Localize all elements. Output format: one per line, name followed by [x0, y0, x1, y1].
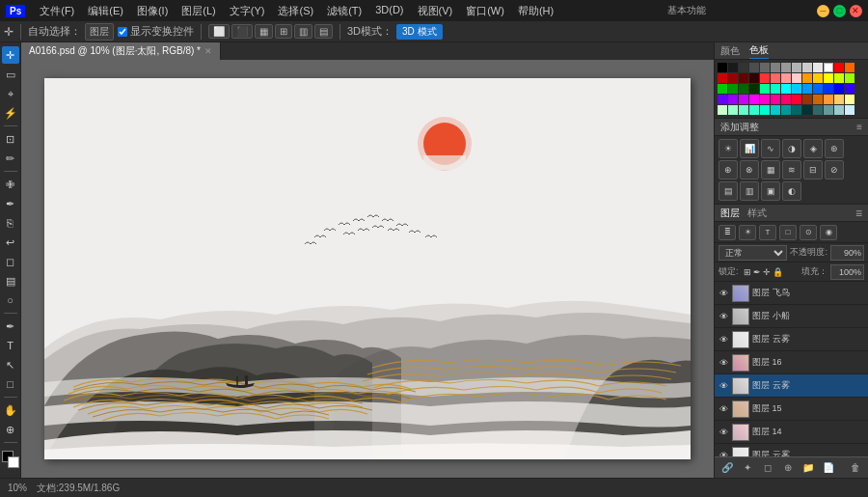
swatch[interactable]	[845, 95, 854, 104]
layer-vis-icon[interactable]: 👁	[718, 450, 729, 457]
swatch[interactable]	[813, 84, 823, 94]
swatch[interactable]	[739, 105, 748, 115]
adj-posterize[interactable]: ▤	[719, 181, 738, 201]
lock-paint-icon[interactable]: ✒	[753, 267, 761, 277]
menu-text[interactable]: 文字(Y)	[227, 2, 268, 20]
swatch[interactable]	[802, 95, 812, 104]
adj-curves[interactable]: ∿	[761, 139, 780, 158]
swatch[interactable]	[760, 73, 770, 83]
transform-controls-label[interactable]: 显示变换控件	[118, 24, 194, 39]
fill-input[interactable]	[830, 264, 864, 280]
shape-tool[interactable]: □	[2, 375, 19, 393]
gradient-tool[interactable]: ▤	[2, 272, 19, 290]
layer-vis-icon[interactable]: 👁	[718, 403, 729, 415]
swatch[interactable]	[792, 73, 801, 83]
align-btn-6[interactable]: ▤	[314, 24, 333, 39]
layer-vis-icon[interactable]: 👁	[718, 357, 729, 369]
layer-vis-icon[interactable]: 👁	[718, 311, 729, 322]
background-color[interactable]	[8, 456, 19, 468]
swatch[interactable]	[792, 63, 801, 72]
add-link-icon[interactable]: 🔗	[719, 460, 736, 476]
align-btn-1[interactable]: ⬜	[208, 24, 230, 39]
clone-stamp-tool[interactable]: ⎘	[2, 214, 19, 232]
add-effect-icon[interactable]: ✦	[739, 460, 756, 476]
layer-vis-icon[interactable]: 👁	[718, 427, 729, 438]
blend-mode-select[interactable]: 正常	[719, 245, 787, 261]
swatch[interactable]	[718, 73, 727, 83]
layer-row[interactable]: 👁 图层 小船	[715, 305, 868, 328]
crop-tool[interactable]: ⊡	[2, 130, 19, 148]
filter-adj-btn[interactable]: ☀	[739, 225, 756, 240]
adj-colorlookup[interactable]: ⊟	[803, 160, 823, 179]
swatch[interactable]	[845, 73, 854, 83]
swatch[interactable]	[813, 105, 823, 115]
lock-move-icon[interactable]: ✛	[763, 267, 771, 277]
swatch[interactable]	[802, 73, 812, 83]
eraser-tool[interactable]: ◻	[2, 253, 19, 270]
swatch[interactable]	[824, 95, 833, 104]
align-btn-4[interactable]: ⊞	[275, 24, 292, 39]
swatch[interactable]	[802, 63, 812, 72]
align-btn-5[interactable]: ▥	[294, 24, 312, 39]
color-tab[interactable]: 颜色	[720, 43, 740, 59]
swatch[interactable]	[771, 73, 780, 83]
filter-shape-btn[interactable]: □	[779, 225, 797, 240]
swatch[interactable]	[728, 73, 738, 83]
align-btn-3[interactable]: ▦	[255, 24, 273, 39]
heal-tool[interactable]: ✙	[2, 176, 19, 193]
filter-kind-btn[interactable]: ≣	[719, 225, 736, 240]
menu-filter[interactable]: 滤镜(T)	[324, 2, 365, 20]
layer-row[interactable]: 👁 图层 云雾	[715, 328, 868, 351]
swatch[interactable]	[813, 95, 823, 104]
swatch[interactable]	[834, 95, 844, 104]
swatch[interactable]	[824, 73, 833, 83]
swatch[interactable]	[749, 105, 759, 115]
layer-row[interactable]: 👁 图层 飞鸟	[715, 282, 868, 305]
close-button[interactable]: ✕	[850, 5, 862, 17]
layers-menu-icon[interactable]: ≡	[855, 207, 862, 220]
swatch[interactable]	[760, 84, 770, 94]
adj-levels[interactable]: 📊	[740, 139, 759, 158]
swatch[interactable]	[739, 95, 748, 104]
menu-3d[interactable]: 3D(D)	[372, 2, 406, 20]
swatch[interactable]	[728, 84, 738, 94]
filter-type-btn[interactable]: T	[759, 225, 776, 240]
swatch[interactable]	[824, 84, 833, 94]
swatch[interactable]	[845, 105, 854, 115]
minimize-button[interactable]: ─	[817, 5, 829, 17]
pen-tool[interactable]: ✒	[2, 318, 19, 335]
swatch[interactable]	[728, 63, 738, 72]
fg-bg-colors[interactable]	[2, 451, 19, 468]
adj-threshold[interactable]: ▥	[740, 181, 759, 201]
swatch[interactable]	[781, 73, 791, 83]
hand-tool[interactable]: ✋	[2, 401, 19, 419]
menu-select[interactable]: 选择(S)	[275, 2, 316, 20]
adj-selectivecolor[interactable]: ◐	[782, 181, 801, 201]
menu-help[interactable]: 帮助(H)	[515, 2, 556, 20]
align-btn-2[interactable]: ⬛	[231, 24, 253, 39]
swatch[interactable]	[718, 105, 727, 115]
magic-wand-tool[interactable]: ⚡	[2, 104, 19, 122]
swatch[interactable]	[760, 63, 770, 72]
add-mask-icon[interactable]: ◻	[759, 460, 776, 476]
swatch[interactable]	[749, 95, 759, 104]
swatch[interactable]	[781, 105, 791, 115]
adj-invert[interactable]: ⊘	[825, 160, 844, 179]
swatch[interactable]	[792, 84, 801, 94]
adj-photo[interactable]: ▦	[761, 160, 780, 179]
path-select-tool[interactable]: ↖	[2, 356, 19, 373]
swatch[interactable]	[792, 95, 801, 104]
swatch[interactable]	[845, 84, 854, 94]
layer-row[interactable]: 👁 图层 云雾	[715, 374, 868, 398]
adj-gradientmap[interactable]: ▣	[761, 181, 780, 201]
doc-tab-main[interactable]: A0166.psd @ 10% (图层·太阳, RGB/8) * ✕	[21, 42, 221, 60]
brush-tool[interactable]: ✒	[2, 195, 19, 212]
add-layer-icon[interactable]: 📄	[820, 460, 837, 476]
adj-brightness[interactable]: ☀	[719, 139, 738, 158]
3d-mode-button[interactable]: 3D 模式	[396, 24, 443, 40]
swatch[interactable]	[718, 63, 727, 72]
menu-view[interactable]: 视图(V)	[415, 2, 456, 20]
style-tab[interactable]: 样式	[747, 207, 767, 220]
swatch[interactable]	[781, 63, 791, 72]
move-tool[interactable]: ✛	[2, 46, 19, 64]
